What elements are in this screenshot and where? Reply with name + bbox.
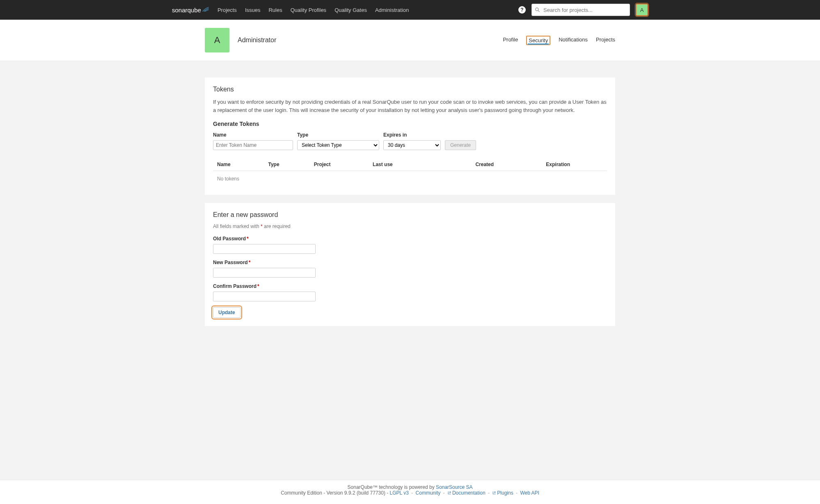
external-icon [447, 490, 451, 495]
token-type-label: Type [297, 132, 379, 138]
svg-point-0 [536, 8, 538, 11]
tokens-table: Name Type Project Last use Created Expir… [213, 158, 607, 171]
password-hint: All fields marked with * are required [213, 223, 607, 229]
update-button[interactable]: Update [213, 307, 241, 318]
token-expires-label: Expires in [383, 132, 441, 138]
main-content: Tokens If you want to enforce security b… [205, 78, 615, 326]
token-expires-select[interactable]: 30 days [383, 140, 441, 150]
confirm-password-label: Confirm Password* [213, 283, 607, 289]
external-icon [492, 490, 496, 495]
new-password-label: New Password* [213, 260, 607, 265]
tab-profile[interactable]: Profile [503, 36, 518, 45]
password-title: Enter a new password [213, 211, 607, 219]
tab-projects[interactable]: Projects [596, 36, 615, 45]
nav-administration[interactable]: Administration [375, 7, 409, 13]
token-form: Name Type Select Token Type Expires in 3… [213, 132, 607, 150]
search-box [531, 4, 630, 16]
token-name-label: Name [213, 132, 293, 138]
search-icon [535, 7, 540, 13]
th-created: Created [435, 158, 498, 171]
token-name-input[interactable] [213, 140, 293, 150]
tokens-description: If you want to enforce security by not p… [213, 98, 607, 114]
footer-plugins-link[interactable]: Plugins [497, 490, 513, 496]
footer-line1: SonarQube™ technology is powered by Sona… [0, 484, 820, 490]
footer-community-link[interactable]: Community [416, 490, 441, 496]
profile-avatar: A [205, 28, 229, 52]
old-password-label: Old Password* [213, 236, 607, 242]
tokens-panel: Tokens If you want to enforce security b… [205, 78, 615, 195]
nav-rules[interactable]: Rules [268, 7, 282, 13]
tokens-title: Tokens [213, 86, 607, 93]
footer-docs-link[interactable]: Documentation [452, 490, 486, 496]
profile-name: Administrator [238, 36, 276, 44]
th-expiration: Expiration [498, 158, 574, 171]
help-icon[interactable]: ? [518, 6, 526, 14]
th-last-use: Last use [369, 158, 435, 171]
logo[interactable]: sonarqube [172, 6, 209, 14]
avatar-letter: A [640, 7, 644, 13]
nav-projects[interactable]: Projects [218, 7, 237, 13]
svg-line-1 [538, 11, 539, 12]
generate-button[interactable]: Generate [445, 140, 476, 150]
confirm-password-input[interactable] [213, 292, 316, 301]
profile-header: A Administrator Profile Security Notific… [0, 20, 820, 61]
th-project: Project [310, 158, 369, 171]
nav-links: Projects Issues Rules Quality Profiles Q… [218, 7, 409, 13]
nav-quality-gates[interactable]: Quality Gates [334, 7, 367, 13]
nav-quality-profiles[interactable]: Quality Profiles [291, 7, 326, 13]
footer: SonarQube™ technology is powered by Sona… [0, 480, 820, 504]
footer-webapi-link[interactable]: Web API [520, 490, 539, 496]
footer-sonarsource-link[interactable]: SonarSource SA [436, 484, 472, 490]
search-input[interactable] [531, 4, 630, 16]
tab-security[interactable]: Security [526, 36, 550, 45]
logo-prefix: sonar [172, 7, 188, 14]
generate-tokens-title: Generate Tokens [213, 121, 607, 127]
user-avatar-button[interactable]: A [636, 4, 648, 16]
password-panel: Enter a new password All fields marked w… [205, 203, 615, 326]
th-name: Name [213, 158, 264, 171]
token-type-select[interactable]: Select Token Type [297, 140, 379, 150]
profile-tabs: Profile Security Notifications Projects [503, 36, 615, 45]
footer-line2: Community Edition - Version 9.9.2 (build… [0, 490, 820, 496]
nav-issues[interactable]: Issues [245, 7, 261, 13]
logo-waves-icon [202, 6, 209, 14]
new-password-input[interactable] [213, 268, 316, 278]
footer-lgpl-link[interactable]: LGPL v3 [390, 490, 409, 496]
old-password-input[interactable] [213, 244, 316, 254]
no-tokens-message: No tokens [213, 171, 607, 187]
tab-notifications[interactable]: Notifications [559, 36, 588, 45]
profile-avatar-letter: A [214, 35, 220, 46]
th-type: Type [264, 158, 309, 171]
logo-suffix: qube [188, 7, 201, 14]
top-navbar: sonarqube Projects Issues Rules Quality … [0, 0, 820, 20]
